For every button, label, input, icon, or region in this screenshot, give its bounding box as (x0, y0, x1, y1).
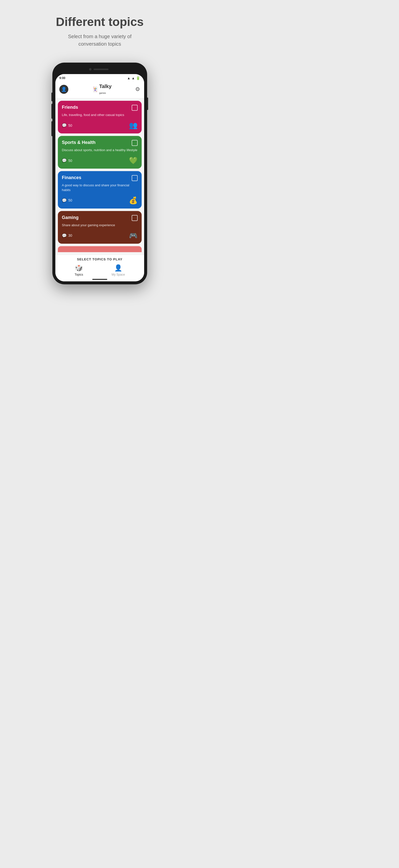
card-emoji-sports: 💚 (129, 156, 137, 165)
count-value-friends: 50 (68, 123, 72, 127)
card-title-sports: Sports & Health (62, 140, 95, 145)
page-header: Different topics Select from a huge vari… (55, 10, 145, 53)
status-time: 9:00 (59, 76, 65, 80)
status-bar: 9:00 ▲ ▲ 🔋 (55, 74, 144, 81)
card-count-gaming: 💬 30 (62, 233, 72, 238)
power-button (147, 97, 148, 110)
user-icon: 👤 (61, 87, 67, 92)
logo-text: Talkygames (99, 84, 112, 95)
card-title-finances: Finances (62, 175, 81, 180)
logo-card-icon: 🃏 (92, 86, 98, 92)
user-avatar[interactable]: 👤 (59, 85, 68, 94)
card-description-finances: A good way to discuss and share your fin… (62, 183, 137, 192)
card-title-gaming: Gaming (62, 215, 79, 220)
card-header-finances: Finances (62, 175, 137, 181)
card-footer-friends: 💬 50 👥 (62, 121, 137, 129)
app-header: 👤 🃏 Talkygames ⚙ (55, 81, 144, 98)
card-checkbox-friends[interactable] (132, 105, 137, 111)
card-header-friends: Friends (62, 105, 137, 111)
status-icons: ▲ ▲ 🔋 (127, 76, 140, 80)
phone-speaker (94, 69, 109, 70)
card-description-sports: Discuss about sports, nutrition and a he… (62, 148, 137, 152)
page-subtitle: Select from a huge variety of conversati… (55, 33, 145, 48)
count-value-sports: 50 (68, 159, 72, 163)
signal-icon: ▲ (131, 76, 135, 80)
phone-screen: 9:00 ▲ ▲ 🔋 👤 🃏 Talkygames ⚙ (55, 74, 144, 281)
settings-icon[interactable]: ⚙ (135, 86, 140, 93)
volume-silent-button (51, 93, 52, 101)
count-value-gaming: 30 (68, 234, 72, 238)
card-checkbox-gaming[interactable] (132, 215, 137, 221)
chat-icon: 💬 (62, 158, 67, 163)
topic-card-gaming[interactable]: Gaming Share about your gaming experienc… (58, 211, 142, 244)
bottom-nav: 🎲 Topics 👤 My Space (55, 263, 144, 277)
topics-icon: 🎲 (75, 264, 83, 272)
nav-label-topics: Topics (74, 273, 83, 276)
select-topics-cta[interactable]: SELECT TOPICS TO PLAY (55, 257, 144, 261)
bottom-handle (92, 279, 107, 280)
card-count-finances: 💬 50 (62, 198, 72, 203)
nav-item-topics[interactable]: 🎲 Topics (74, 264, 83, 276)
card-count-sports: 💬 50 (62, 158, 72, 163)
card-checkbox-sports[interactable] (132, 140, 137, 146)
bottom-bar: SELECT TOPICS TO PLAY 🎲 Topics 👤 My Spac… (55, 255, 144, 281)
card-footer-gaming: 💬 30 🎮 (62, 231, 137, 240)
topic-card-partial (58, 246, 142, 252)
nav-label-myspace: My Space (112, 273, 125, 276)
card-description-friends: Life, travelling, food and other casual … (62, 113, 137, 117)
myspace-icon: 👤 (114, 264, 122, 272)
card-emoji-friends: 👥 (129, 121, 137, 129)
card-description-gaming: Share about your gaming experience (62, 223, 137, 227)
app-logo: 🃏 Talkygames (92, 84, 112, 95)
card-header-gaming: Gaming (62, 215, 137, 221)
front-camera (89, 68, 92, 70)
card-count-friends: 💬 50 (62, 123, 72, 128)
topic-card-finances[interactable]: Finances A good way to discuss and share… (58, 171, 142, 208)
chat-icon: 💬 (62, 123, 67, 128)
card-emoji-finances: 💰 (129, 196, 137, 205)
wifi-icon: ▲ (127, 76, 130, 80)
nav-item-myspace[interactable]: 👤 My Space (112, 264, 125, 276)
card-header-sports: Sports & Health (62, 140, 137, 146)
page-title: Different topics (55, 15, 145, 29)
card-footer-finances: 💬 50 💰 (62, 196, 137, 205)
card-footer-sports: 💬 50 💚 (62, 156, 137, 165)
card-checkbox-finances[interactable] (132, 175, 137, 181)
topic-card-friends[interactable]: Friends Life, travelling, food and other… (58, 101, 142, 133)
volume-up-button (51, 104, 52, 119)
battery-icon: 🔋 (136, 76, 140, 80)
topics-container: Friends Life, travelling, food and other… (55, 98, 144, 255)
card-title-friends: Friends (62, 105, 78, 110)
count-value-finances: 50 (68, 198, 72, 202)
phone-notch (55, 66, 144, 73)
topic-card-sports[interactable]: Sports & Health Discuss about sports, nu… (58, 136, 142, 168)
volume-down-button (51, 121, 52, 136)
card-emoji-gaming: 🎮 (129, 231, 137, 240)
phone-frame: 9:00 ▲ ▲ 🔋 👤 🃏 Talkygames ⚙ (52, 63, 147, 284)
chat-icon: 💬 (62, 233, 67, 238)
chat-icon: 💬 (62, 198, 67, 203)
